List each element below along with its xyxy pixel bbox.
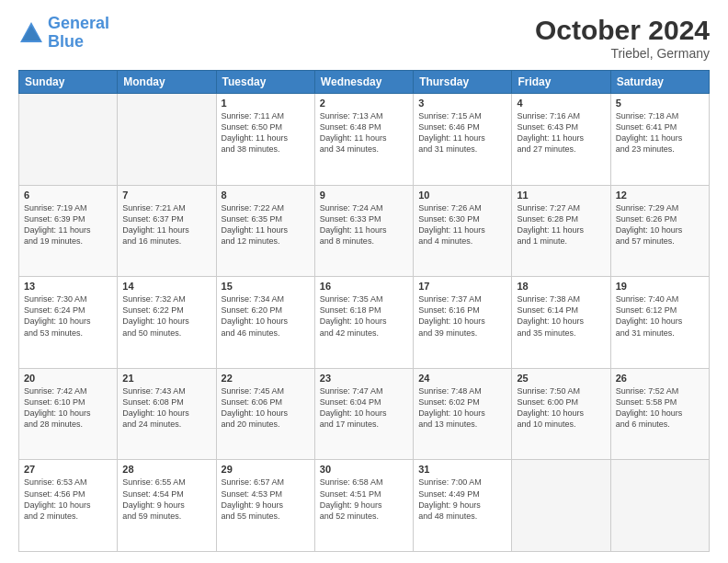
cell-day-number: 30	[320, 464, 408, 475]
cell-sun-info: Sunrise: 7:00 AM Sunset: 4:49 PM Dayligh…	[418, 477, 506, 522]
cell-day-number: 6	[24, 190, 112, 201]
cell-day-number: 10	[418, 190, 506, 201]
calendar-weekday-header: Monday	[118, 71, 216, 94]
calendar-week-row: 13Sunrise: 7:30 AM Sunset: 6:24 PM Dayli…	[19, 277, 710, 369]
logo-text: General Blue	[48, 15, 109, 52]
calendar-weekday-header: Sunday	[19, 71, 118, 94]
cell-sun-info: Sunrise: 7:40 AM Sunset: 6:12 PM Dayligh…	[616, 293, 704, 339]
calendar-cell: 26Sunrise: 7:52 AM Sunset: 5:58 PM Dayli…	[610, 368, 709, 460]
calendar-cell: 20Sunrise: 7:42 AM Sunset: 6:10 PM Dayli…	[19, 368, 118, 460]
logo: General Blue	[18, 15, 109, 52]
calendar-cell: 18Sunrise: 7:38 AM Sunset: 6:14 PM Dayli…	[512, 277, 610, 369]
cell-day-number: 11	[517, 190, 605, 201]
calendar-table: SundayMondayTuesdayWednesdayThursdayFrid…	[18, 70, 710, 552]
calendar-cell: 13Sunrise: 7:30 AM Sunset: 6:24 PM Dayli…	[19, 277, 118, 369]
cell-sun-info: Sunrise: 7:35 AM Sunset: 6:18 PM Dayligh…	[320, 293, 408, 339]
cell-day-number: 23	[320, 373, 408, 384]
calendar-week-row: 1Sunrise: 7:11 AM Sunset: 6:50 PM Daylig…	[19, 94, 710, 186]
cell-day-number: 1	[222, 98, 310, 109]
cell-sun-info: Sunrise: 7:45 AM Sunset: 6:06 PM Dayligh…	[222, 385, 310, 431]
calendar-cell	[118, 94, 216, 186]
cell-day-number: 19	[616, 281, 704, 292]
calendar-cell: 1Sunrise: 7:11 AM Sunset: 6:50 PM Daylig…	[216, 94, 314, 186]
cell-sun-info: Sunrise: 7:29 AM Sunset: 6:26 PM Dayligh…	[616, 202, 704, 247]
cell-sun-info: Sunrise: 7:15 AM Sunset: 6:46 PM Dayligh…	[418, 110, 506, 155]
cell-day-number: 2	[320, 98, 408, 109]
calendar-cell: 16Sunrise: 7:35 AM Sunset: 6:18 PM Dayli…	[314, 277, 413, 369]
calendar-cell: 14Sunrise: 7:32 AM Sunset: 6:22 PM Dayli…	[118, 277, 216, 369]
cell-day-number: 5	[616, 98, 704, 109]
calendar-weekday-header: Thursday	[414, 71, 512, 94]
cell-sun-info: Sunrise: 7:11 AM Sunset: 6:50 PM Dayligh…	[222, 110, 310, 155]
cell-day-number: 13	[24, 281, 112, 292]
cell-day-number: 15	[222, 281, 310, 292]
calendar-cell: 23Sunrise: 7:47 AM Sunset: 6:04 PM Dayli…	[314, 368, 413, 460]
cell-day-number: 16	[320, 281, 408, 292]
calendar-cell: 12Sunrise: 7:29 AM Sunset: 6:26 PM Dayli…	[610, 185, 709, 277]
calendar-header-row: SundayMondayTuesdayWednesdayThursdayFrid…	[19, 71, 710, 94]
calendar-cell: 2Sunrise: 7:13 AM Sunset: 6:48 PM Daylig…	[314, 94, 413, 186]
page-subtitle: Triebel, Germany	[535, 46, 710, 61]
cell-sun-info: Sunrise: 7:16 AM Sunset: 6:43 PM Dayligh…	[517, 110, 605, 155]
title-block: October 2024 Triebel, Germany	[535, 15, 710, 61]
calendar-cell: 17Sunrise: 7:37 AM Sunset: 6:16 PM Dayli…	[414, 277, 512, 369]
cell-day-number: 8	[222, 190, 310, 201]
calendar-cell: 15Sunrise: 7:34 AM Sunset: 6:20 PM Dayli…	[216, 277, 314, 369]
cell-sun-info: Sunrise: 7:24 AM Sunset: 6:33 PM Dayligh…	[320, 202, 408, 247]
cell-day-number: 31	[418, 464, 506, 475]
calendar-cell	[610, 460, 709, 552]
cell-sun-info: Sunrise: 7:34 AM Sunset: 6:20 PM Dayligh…	[222, 293, 310, 339]
cell-sun-info: Sunrise: 7:42 AM Sunset: 6:10 PM Dayligh…	[24, 385, 112, 431]
calendar-cell: 31Sunrise: 7:00 AM Sunset: 4:49 PM Dayli…	[414, 460, 512, 552]
cell-day-number: 3	[418, 98, 506, 109]
cell-day-number: 12	[616, 190, 704, 201]
calendar-cell: 6Sunrise: 7:19 AM Sunset: 6:39 PM Daylig…	[19, 185, 118, 277]
calendar-cell: 11Sunrise: 7:27 AM Sunset: 6:28 PM Dayli…	[512, 185, 610, 277]
cell-sun-info: Sunrise: 6:58 AM Sunset: 4:51 PM Dayligh…	[320, 477, 408, 522]
calendar-cell: 5Sunrise: 7:18 AM Sunset: 6:41 PM Daylig…	[610, 94, 709, 186]
calendar-weekday-header: Tuesday	[216, 71, 314, 94]
calendar-cell: 3Sunrise: 7:15 AM Sunset: 6:46 PM Daylig…	[414, 94, 512, 186]
calendar-week-row: 27Sunrise: 6:53 AM Sunset: 4:56 PM Dayli…	[19, 460, 710, 552]
calendar-weekday-header: Friday	[512, 71, 610, 94]
calendar-week-row: 6Sunrise: 7:19 AM Sunset: 6:39 PM Daylig…	[19, 185, 710, 277]
logo-line2: Blue	[48, 32, 84, 51]
cell-day-number: 20	[24, 373, 112, 384]
calendar-cell: 27Sunrise: 6:53 AM Sunset: 4:56 PM Dayli…	[19, 460, 118, 552]
calendar-cell: 30Sunrise: 6:58 AM Sunset: 4:51 PM Dayli…	[314, 460, 413, 552]
cell-sun-info: Sunrise: 7:13 AM Sunset: 6:48 PM Dayligh…	[320, 110, 408, 155]
calendar-cell: 8Sunrise: 7:22 AM Sunset: 6:35 PM Daylig…	[216, 185, 314, 277]
cell-sun-info: Sunrise: 7:38 AM Sunset: 6:14 PM Dayligh…	[517, 293, 605, 339]
calendar-cell: 7Sunrise: 7:21 AM Sunset: 6:37 PM Daylig…	[118, 185, 216, 277]
cell-sun-info: Sunrise: 7:18 AM Sunset: 6:41 PM Dayligh…	[616, 110, 704, 155]
page-title: October 2024	[535, 15, 710, 46]
cell-day-number: 4	[517, 98, 605, 109]
cell-sun-info: Sunrise: 7:21 AM Sunset: 6:37 PM Dayligh…	[122, 202, 210, 247]
cell-day-number: 24	[418, 373, 506, 384]
cell-sun-info: Sunrise: 6:53 AM Sunset: 4:56 PM Dayligh…	[24, 477, 112, 522]
cell-sun-info: Sunrise: 7:19 AM Sunset: 6:39 PM Dayligh…	[24, 202, 112, 247]
calendar-cell: 10Sunrise: 7:26 AM Sunset: 6:30 PM Dayli…	[414, 185, 512, 277]
cell-sun-info: Sunrise: 7:50 AM Sunset: 6:00 PM Dayligh…	[517, 385, 605, 431]
calendar-cell: 19Sunrise: 7:40 AM Sunset: 6:12 PM Dayli…	[610, 277, 709, 369]
calendar-cell: 28Sunrise: 6:55 AM Sunset: 4:54 PM Dayli…	[118, 460, 216, 552]
cell-day-number: 18	[517, 281, 605, 292]
cell-sun-info: Sunrise: 7:30 AM Sunset: 6:24 PM Dayligh…	[24, 293, 112, 339]
cell-day-number: 7	[122, 190, 210, 201]
calendar-cell: 9Sunrise: 7:24 AM Sunset: 6:33 PM Daylig…	[314, 185, 413, 277]
calendar-cell: 4Sunrise: 7:16 AM Sunset: 6:43 PM Daylig…	[512, 94, 610, 186]
calendar-cell: 22Sunrise: 7:45 AM Sunset: 6:06 PM Dayli…	[216, 368, 314, 460]
cell-day-number: 17	[418, 281, 506, 292]
cell-sun-info: Sunrise: 7:48 AM Sunset: 6:02 PM Dayligh…	[418, 385, 506, 431]
cell-sun-info: Sunrise: 7:52 AM Sunset: 5:58 PM Dayligh…	[616, 385, 704, 431]
page: General Blue October 2024 Triebel, Germa…	[0, 0, 728, 563]
cell-day-number: 28	[122, 464, 210, 475]
cell-sun-info: Sunrise: 7:37 AM Sunset: 6:16 PM Dayligh…	[418, 293, 506, 339]
cell-day-number: 14	[122, 281, 210, 292]
calendar-weekday-header: Wednesday	[314, 71, 413, 94]
cell-day-number: 26	[616, 373, 704, 384]
cell-day-number: 27	[24, 464, 112, 475]
calendar-cell: 25Sunrise: 7:50 AM Sunset: 6:00 PM Dayli…	[512, 368, 610, 460]
cell-sun-info: Sunrise: 7:27 AM Sunset: 6:28 PM Dayligh…	[517, 202, 605, 247]
calendar-weekday-header: Saturday	[610, 71, 709, 94]
